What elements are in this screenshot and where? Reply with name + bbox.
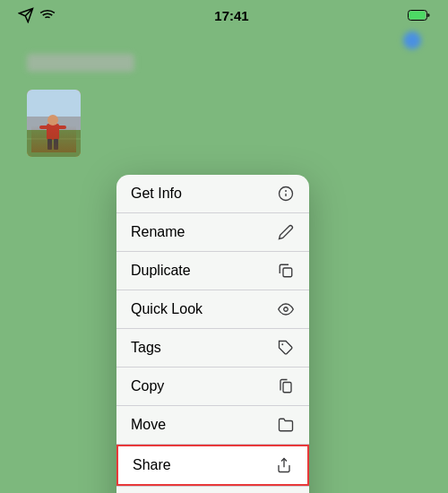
svg-rect-8	[47, 139, 52, 150]
duplicate-icon	[277, 262, 295, 280]
menu-item-delete[interactable]: Delete	[116, 486, 309, 493]
context-menu: Get Info Rename Duplicate Quick	[116, 175, 309, 493]
svg-point-7	[47, 115, 58, 125]
file-thumbnail	[27, 90, 81, 157]
menu-item-copy[interactable]: Copy	[116, 368, 309, 406]
status-time: 17:41	[214, 8, 248, 23]
svg-rect-4	[27, 130, 81, 157]
menu-item-rename[interactable]: Rename	[116, 213, 309, 252]
battery-icon	[408, 10, 430, 21]
status-left-icons	[18, 7, 56, 23]
status-bar: 17:41	[0, 0, 448, 27]
bg-title	[27, 54, 134, 72]
svg-rect-6	[47, 124, 59, 140]
svg-rect-11	[57, 125, 66, 129]
share-icon	[275, 456, 293, 474]
svg-rect-10	[39, 125, 48, 129]
svg-rect-1	[409, 12, 426, 20]
wifi-icon	[39, 7, 56, 23]
thumbnail-image	[27, 90, 81, 157]
svg-rect-15	[283, 268, 292, 277]
menu-item-duplicate[interactable]: Duplicate	[116, 252, 309, 290]
menu-item-share[interactable]: Share	[116, 445, 309, 486]
svg-rect-9	[54, 139, 58, 150]
menu-item-quick-look[interactable]: Quick Look	[116, 290, 309, 329]
svg-rect-18	[283, 383, 291, 393]
tag-icon	[277, 339, 295, 357]
svg-point-16	[284, 307, 289, 312]
menu-item-tags[interactable]: Tags	[116, 329, 309, 368]
airplane-icon	[18, 7, 34, 23]
pencil-icon	[277, 223, 295, 241]
eye-icon	[277, 300, 295, 318]
info-icon	[277, 185, 295, 203]
status-right-icons	[408, 10, 430, 21]
folder-icon	[277, 416, 295, 434]
bg-blue-dot	[403, 31, 421, 49]
menu-item-get-info[interactable]: Get Info	[116, 175, 309, 213]
copy-icon	[277, 377, 295, 395]
menu-item-move[interactable]: Move	[116, 406, 309, 445]
